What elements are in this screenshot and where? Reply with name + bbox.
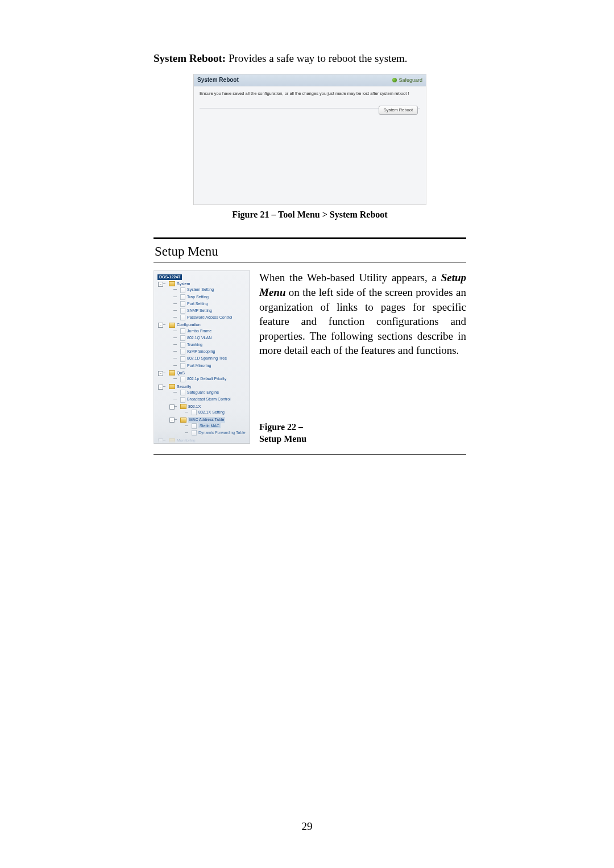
document-icon	[180, 377, 185, 382]
tree-group-configuration[interactable]: −Configuration Jumbo Frame 802.1Q VLAN T…	[162, 322, 247, 370]
tree-item[interactable]: 802.1Q VLAN	[173, 335, 247, 341]
tree-item[interactable]: Safeguard Engine	[173, 389, 247, 396]
document-icon	[180, 294, 185, 300]
document-icon	[180, 328, 185, 334]
folder-icon	[169, 281, 175, 286]
panel-titlebar: System Reboot Safeguard	[194, 74, 426, 86]
figure21-caption: Figure 21 – Tool Menu > System Reboot	[154, 208, 466, 221]
document-icon	[180, 335, 185, 341]
document-icon	[180, 308, 185, 314]
document-icon	[180, 315, 185, 320]
tree-group-qos[interactable]: −QoS 802.1p Default Priority	[162, 370, 247, 383]
folder-icon	[180, 404, 186, 409]
tree-root: DGS-1224T	[157, 274, 247, 280]
tree-item[interactable]: 802.1X Setting	[185, 409, 247, 416]
collapse-icon[interactable]: −	[158, 323, 163, 328]
document-icon	[180, 397, 185, 403]
page-number: 29	[302, 819, 313, 834]
tree-item[interactable]: Dynamic Forwarding Table	[185, 429, 247, 436]
document-icon	[192, 430, 197, 436]
tree-item[interactable]: Broadcast Storm Control	[173, 396, 247, 403]
collapse-icon[interactable]: −	[158, 371, 163, 376]
folder-icon	[169, 439, 175, 444]
setup-description: When the Web-based Utility appears, a Se…	[259, 270, 466, 358]
safeguard-icon	[392, 78, 397, 82]
collapse-icon[interactable]: −	[158, 385, 163, 390]
tree-item[interactable]: Trunking	[173, 341, 247, 348]
document-icon	[180, 287, 185, 293]
tree-group-mac[interactable]: −MAC Address Table Static MAC Dynamic Fo…	[173, 416, 247, 437]
section-end-rule	[154, 454, 466, 455]
folder-icon	[180, 418, 186, 423]
tree-item[interactable]: System Setting	[173, 286, 247, 293]
tree-item[interactable]: Trap Setting	[173, 294, 247, 301]
document-icon	[180, 342, 185, 348]
tree-item[interactable]: Static MAC	[185, 423, 247, 429]
panel-chrome: System Reboot Safeguard Ensure you have …	[193, 74, 426, 205]
tree-item[interactable]: SNMP Setting	[173, 307, 247, 314]
setup-menu-heading: Setup Menu	[154, 239, 466, 262]
document-icon	[180, 390, 185, 395]
tree-item[interactable]: Jumbo Frame	[173, 328, 247, 335]
folder-icon	[169, 323, 175, 328]
tree-group-system[interactable]: −System System Setting Trap Setting Port…	[162, 281, 247, 322]
collapse-icon[interactable]: −	[169, 418, 175, 423]
intro-rest: Provides a safe way to reboot the system…	[226, 52, 407, 64]
panel-body: Ensure you have saved all the configurat…	[194, 86, 426, 205]
tree-item[interactable]: Port Mirroring	[173, 362, 247, 369]
system-reboot-panel: System Reboot Safeguard Ensure you have …	[193, 74, 426, 205]
tree-item[interactable]: 802.1D Spanning Tree	[173, 355, 247, 362]
tree-item[interactable]: Port Setting	[173, 301, 247, 307]
document-icon	[180, 301, 185, 307]
safeguard-indicator: Safeguard	[392, 77, 422, 84]
folder-icon	[169, 384, 175, 389]
document-icon	[180, 356, 185, 362]
tree-item[interactable]: Password Access Control	[173, 314, 247, 321]
figure22-caption: Figure 22 – Setup Menu	[259, 422, 466, 445]
document-page: System Reboot: Provides a safe way to re…	[0, 0, 614, 868]
panel-title: System Reboot	[197, 76, 239, 84]
collapse-icon[interactable]: −	[158, 282, 163, 287]
tree-group-security[interactable]: −Security Safeguard Engine Broadcast Sto…	[162, 383, 247, 438]
intro-line: System Reboot: Provides a safe way to re…	[154, 51, 466, 66]
document-icon	[192, 423, 197, 429]
safeguard-label: Safeguard	[399, 77, 422, 84]
setup-body: When the Web-based Utility appears, a Se…	[259, 270, 466, 445]
tree-item[interactable]: IGMP Snooping	[173, 348, 247, 355]
tree-item[interactable]: 802.1p Default Priority	[173, 375, 247, 382]
section-rule-bottom	[154, 262, 466, 262]
document-icon	[180, 363, 185, 369]
collapse-icon[interactable]: −	[169, 404, 175, 410]
tree-group-8021x[interactable]: −802.1X 802.1X Setting	[173, 403, 247, 417]
folder-icon	[169, 370, 175, 375]
intro-lead: System Reboot:	[154, 52, 226, 64]
collapse-icon[interactable]: −	[158, 439, 163, 444]
tree-group-monitoring[interactable]: −Monitoring Statistics	[162, 437, 247, 444]
document-icon	[192, 410, 197, 415]
system-reboot-button[interactable]: System Reboot	[379, 106, 418, 115]
setup-menu-tree: DGS-1224T −System System Setting Trap Se…	[154, 270, 250, 444]
document-icon	[180, 349, 185, 354]
